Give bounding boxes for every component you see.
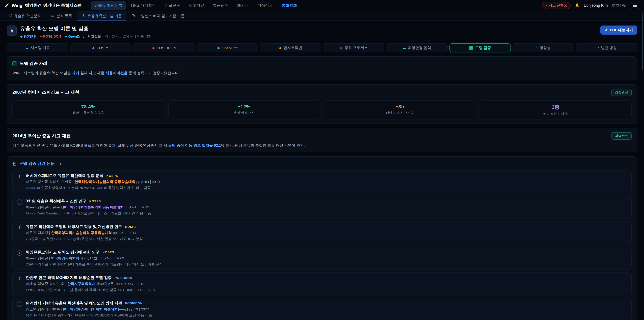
sub-tabbar: 유출유 확산분석 분석 목록 유출유확산모델 이론 오일펜스 배치 알고리즘 이… <box>0 11 644 21</box>
incident-label: 사고 진행중 <box>549 3 567 8</box>
nav-item[interactable]: 유출유 확산예측 <box>90 1 126 10</box>
papers-card: 모델 검증 관련 논문 ▲ 1 허베이스피리트호 유출유 확산예측 검증 분석 … <box>7 156 637 320</box>
stat-card: 3종 비교 검증 모델 수 <box>480 100 632 119</box>
paper-journal: 한국지구과학회지 <box>67 281 96 286</box>
nav-item[interactable]: 통합조회 <box>278 1 301 10</box>
paper-citation: 이문진·강신동·김혜진·오세웅 | 한국해양과학기술협의회 공동학술대회 pp.… <box>26 180 160 184</box>
section-tab-icon: ◆ <box>92 46 94 50</box>
tab-model-theory[interactable]: 유출유확산모델 이론 <box>77 11 126 21</box>
nav-item[interactable]: 항공탐색 <box>209 1 232 10</box>
paper-row[interactable]: 5 한반도 인근 해역 MOHID 지역 해양순환 모델 검증 POSEIDON… <box>12 272 632 295</box>
nav-item[interactable]: 보고자료 <box>185 1 208 10</box>
hebei-case-card: 2007년 허베이 스피리트 사고 재현 검증완료 78.4% 해안 표착 예측… <box>7 84 637 124</box>
paper-citation: 이문진·김혜진·강관근 | 한국해양과학기술협의회 공동학술대회 pp.17-1… <box>26 205 151 210</box>
paper-model-badge: KOSPS <box>125 225 137 228</box>
paper-row[interactable]: 1 허베이스피리트호 유출유 확산예측 검증 분석 KOSPS 이문진·강신동·… <box>12 170 632 193</box>
paper-number: 3 <box>17 225 22 230</box>
paper-journal: 한국해양과학기술협의회 공동학술대회 <box>63 205 124 209</box>
model-badge-icon: ϟ <box>88 34 90 38</box>
model-badge: ◆ KOSPS <box>20 34 36 38</box>
paper-row[interactable]: 6 원격탐사 기반의 유출유 확산예측 및 해양오염 방제 지원 POSEIDO… <box>12 298 632 320</box>
paper-citation: 김도연·김종기·양찬수 | 한국해양환경·에너지학회 학술대회논문집 pp.79… <box>26 307 152 312</box>
paper-title[interactable]: 원격탐사 기반의 유출유 확산예측 및 해양오염 방제 지원 <box>26 301 122 306</box>
model-badges: ◆ KOSPS ● POSEIDON ● OpenDrift <box>20 34 101 39</box>
menu-hamburger-icon[interactable] <box>630 2 639 9</box>
paper-number: 1 <box>17 174 22 179</box>
paper-number: 4 <box>17 250 22 256</box>
model-badge-icon: ● <box>40 34 42 38</box>
section-tab[interactable]: ↗ 발전 방향 <box>576 43 637 52</box>
pen-nib-icon <box>82 14 86 18</box>
list-icon <box>50 14 54 18</box>
paper-journal: 한국해양과학기술협의회 공동학술대회 <box>74 180 135 184</box>
paper-title[interactable]: 3차원 유출유 확산예측 시스템 연구 <box>26 199 86 204</box>
section-tab-icon: ☁ <box>25 46 28 50</box>
hebei-stats: 78.4% 해안 표착 예측 일치율 ±12% 유막 면적 오차 ±8h 해안 … <box>12 100 632 119</box>
boom-circle-icon <box>131 14 135 18</box>
model-badge: ● OpenDrift <box>65 34 84 38</box>
notification-bell-icon[interactable] <box>575 3 580 8</box>
stat-label: 해안 표착 예측 일치율 <box>13 111 164 115</box>
paper-model-badge: KOSPS <box>89 199 101 203</box>
paper-title[interactable]: 허베이스피리트호 유출유 확산예측 검증 분석 <box>26 173 104 178</box>
paper-number: 5 <box>17 276 22 281</box>
paper-row[interactable]: 3 유출유 확산예측 모델의 해양사고 적용 및 개선방안 연구 KOSPS 이… <box>12 221 632 244</box>
paper-journal: 한국해양과학기술협의회 공동학술대회 <box>51 231 112 235</box>
page-pen-nib-icon <box>7 26 17 36</box>
section-tab-icon: ↗ <box>596 46 599 50</box>
paper-title[interactable]: 한반도 인근 해역 MOHID 지역 해양순환 모델 검증 <box>26 275 112 280</box>
paper-journal: 한국해양환경·에너지학회 학술대회논문집 <box>63 307 128 311</box>
verified-badge: 검증완료 <box>612 132 632 139</box>
section-tab-icon: ϟ <box>536 46 538 50</box>
section-tab[interactable]: ◉ POSEIDON <box>133 43 195 52</box>
incident-status-badge[interactable]: ● 사고 진행중 <box>542 2 571 9</box>
stat-card: 78.4% 해안 표착 예측 일치율 <box>12 100 164 119</box>
stat-label: 유막 면적 오차 <box>168 111 320 115</box>
gradient-accent-bar <box>7 57 637 57</box>
stat-value: 78.4% <box>13 104 164 109</box>
paper-citation: 이문진·김혜진 | 한국해양과학기술협의회 공동학술대회 pp.2353 | 2… <box>26 231 143 235</box>
stat-card: ±12% 유막 면적 오차 <box>168 100 320 119</box>
logout-link[interactable]: 로그아웃 <box>612 3 626 8</box>
paper-row[interactable]: 4 해양유류오염사고 위해도 평가에 관한 연구 KOSPS 이문진·김혜진 |… <box>12 247 632 270</box>
app-logo[interactable]: Wing 해양환경 위기대응 통합시스템 <box>5 3 82 8</box>
section-tab[interactable]: ☁ 해양환경 입력 <box>386 43 448 52</box>
section-tab[interactable]: ϟ 앙상블 <box>512 43 574 52</box>
tab-analysis-list[interactable]: 분석 목록 <box>46 11 77 21</box>
validation-intro-title: 모델 검증 사례 <box>20 61 47 67</box>
paper-description: 위성 원격탐사(SAR·광학) 기반 유출유 탐지·POSEIDON 확산예측 … <box>26 313 152 318</box>
section-tab[interactable]: ✓ 모델 검증 <box>449 43 511 52</box>
nav-item[interactable]: 긴급구난 <box>161 1 184 10</box>
wuisan-case-card: 2014년 우이산 충돌 사고 재현 검증완료 여수 오동도 인근 원유 유출 … <box>7 128 637 152</box>
section-tab[interactable]: ◉ OpenDrift <box>196 43 258 52</box>
section-tab[interactable]: ◉ 입자추적법 <box>260 43 321 52</box>
paper-row[interactable]: 2 3차원 유출유 확산예측 시스템 연구 KOSPS 이문진·김혜진·강관근 … <box>12 196 632 219</box>
validation-intro-card: ✓ 모델 검증 사례 WING 시스템의 유출유 확산 모델은 과거 실제 사고… <box>7 56 637 80</box>
stat-label: 해안 도달 시간 오차 <box>324 111 476 115</box>
nav-item[interactable]: 게시판 <box>234 1 252 10</box>
scrollbar-thumb[interactable] <box>642 13 643 70</box>
top-navbar: Wing 해양환경 위기대응 통합시스템 유출유 확산예측 HNS·대기확산 긴… <box>0 0 644 11</box>
stat-value: ±8h <box>324 104 476 109</box>
tab-boom-algorithm-theory[interactable]: 오일펜스 배치 알고리즘 이론 <box>126 11 189 21</box>
paper-title[interactable]: 해양유류오염사고 위해도 평가에 관한 연구 <box>26 250 100 255</box>
stat-value: 3종 <box>480 104 631 110</box>
pdf-export-button[interactable]: ⇩ PDF 내보내기 <box>600 26 637 35</box>
section-tab[interactable]: ▦ 풍화 프로세스 <box>323 43 384 52</box>
papers-header[interactable]: 모델 검증 관련 논문 ▲ <box>12 161 632 166</box>
paper-model-badge: POSEIDON <box>115 276 132 279</box>
paper-model-badge: POSEIDON <box>125 301 143 305</box>
nav-item[interactable]: HNS·대기확산 <box>128 1 160 10</box>
nav-item[interactable]: 기상정보 <box>254 1 276 10</box>
paper-title[interactable]: 유출유 확산예측 모델의 해양사고 적용 및 개선방안 연구 <box>26 224 122 229</box>
navbar-right: ● 사고 진행중 Eunjeong Kim 로그아웃 <box>542 2 639 9</box>
paper-citation: 이재성·임병준·김도연 외 | 한국지구과학회지 제39권 5호, pp.436… <box>26 281 156 286</box>
section-tab[interactable]: ☁ 시스템 개요 <box>7 43 68 52</box>
simulation-link[interactable]: 과거 실제 사고 재현 시뮬레이션을 <box>72 71 128 75</box>
tab-spill-analysis[interactable]: 유출유 확산분석 <box>3 11 46 21</box>
verified-badge: 검증완료 <box>612 88 632 96</box>
scatter-chart-icon <box>8 14 12 18</box>
collapse-arrow-icon[interactable]: ▲ <box>59 162 62 165</box>
section-tab[interactable]: ◆ KOSPS <box>70 43 132 52</box>
paper-list: 1 허베이스피리트호 유출유 확산예측 검증 분석 KOSPS 이문진·강신동·… <box>12 170 632 320</box>
